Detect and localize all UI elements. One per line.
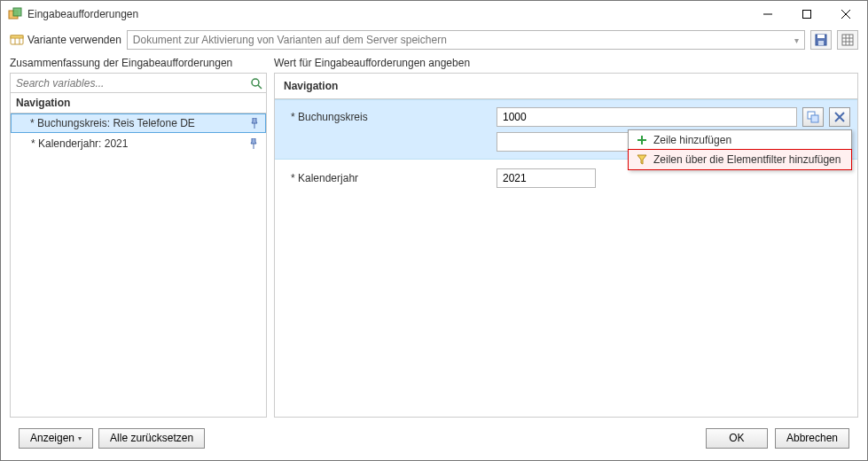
chevron-down-icon: ▾ (794, 35, 799, 45)
summary-item-buchungskreis[interactable]: * Buchungskreis: Reis Telefone DE (11, 113, 266, 133)
save-variant-button[interactable] (810, 30, 832, 50)
titlebar: Eingabeaufforderungen (1, 1, 867, 27)
save-icon (815, 34, 827, 46)
svg-rect-11 (817, 35, 825, 38)
cancel-button-label: Abbrechen (786, 432, 838, 444)
buchungskreis-label: * Buchungskreis (275, 111, 497, 123)
svg-point-18 (252, 79, 259, 86)
chevron-down-icon: ▾ (78, 434, 82, 442)
minimize-button[interactable] (748, 2, 787, 27)
content-area: Variante verwenden Dokument zur Aktivier… (1, 27, 867, 460)
variant-combo-placeholder: Dokument zur Aktivierung von Varianten a… (133, 34, 447, 46)
summary-item-label: * Buchungskreis: Reis Telefone DE (30, 117, 195, 129)
left-caption: Zusammenfassung der Eingabeaufforderunge… (10, 55, 267, 73)
maximize-button[interactable] (787, 2, 826, 27)
ok-button-label: OK (729, 432, 744, 444)
close-icon (841, 10, 850, 19)
grid-icon (841, 34, 854, 46)
x-icon (834, 112, 845, 122)
variant-combo[interactable]: Dokument zur Aktivierung von Varianten a… (127, 30, 805, 50)
popup-item-add-via-filter[interactable]: Zeilen über die Elementfilter hinzufügen (628, 149, 852, 170)
maximize-icon (802, 10, 811, 19)
buchungskreis-row: * Buchungskreis (275, 107, 857, 127)
left-section-header: Navigation (11, 93, 266, 113)
svg-rect-21 (811, 115, 818, 122)
right-panel: Navigation * Buchungskreis (274, 73, 858, 418)
right-column: Wert für Eingabeaufforderungen angeben N… (274, 55, 858, 418)
buchungskreis-input[interactable] (497, 107, 797, 127)
dialog-window: Eingabeaufforderungen Variante verwenden… (0, 0, 868, 461)
reset-button-label: Alle zurücksetzen (110, 432, 193, 444)
ok-button[interactable]: OK (706, 428, 768, 449)
footer: Anzeigen ▾ Alle zurücksetzen OK Abbreche… (10, 418, 858, 453)
kalenderjahr-row: * Kalenderjahr (275, 168, 857, 188)
svg-rect-3 (803, 11, 811, 19)
app-icon (8, 7, 22, 21)
search-wrap (11, 74, 266, 93)
popup-item-add-row[interactable]: Zeile hinzufügen (629, 130, 851, 150)
variant-icon (10, 33, 24, 47)
show-button[interactable]: Anzeigen ▾ (19, 428, 93, 449)
summary-item-kalenderjahr[interactable]: * Kalenderjahr: 2021 (12, 134, 265, 153)
variant-toolbar: Variante verwenden Dokument zur Aktivier… (10, 30, 858, 50)
left-column: Zusammenfassung der Eingabeaufforderunge… (10, 55, 267, 418)
kalenderjahr-input[interactable] (497, 168, 596, 188)
summary-item-label: * Kalenderjahr: 2021 (31, 137, 128, 150)
svg-rect-13 (842, 35, 853, 45)
window-title: Eingabeaufforderungen (27, 8, 138, 20)
search-icon[interactable] (250, 77, 262, 90)
minimize-icon (763, 10, 772, 19)
kalenderjahr-label: * Kalenderjahr (275, 172, 497, 184)
funnel-icon (636, 154, 648, 165)
settings-button[interactable] (837, 30, 858, 50)
variant-label: Variante verwenden (27, 34, 121, 46)
plus-icon (636, 135, 648, 145)
svg-rect-12 (818, 41, 824, 45)
svg-rect-1 (13, 8, 21, 16)
left-panel: Navigation * Buchungskreis: Reis Telefon… (10, 73, 267, 418)
svg-line-19 (258, 85, 262, 89)
search-input[interactable] (14, 76, 250, 90)
value-help-button[interactable] (802, 107, 824, 127)
pin-icon[interactable] (249, 138, 258, 149)
add-row-popup: Zeile hinzufügen Zeilen über die Element… (628, 129, 852, 170)
pin-icon[interactable] (250, 118, 259, 129)
value-help-icon (807, 111, 819, 123)
right-section-header: Navigation (275, 74, 857, 99)
reset-all-button[interactable]: Alle zurücksetzen (98, 428, 205, 449)
cancel-button[interactable]: Abbrechen (775, 428, 849, 449)
close-button[interactable] (826, 2, 865, 27)
right-caption: Wert für Eingabeaufforderungen angeben (274, 55, 858, 73)
main-area: Zusammenfassung der Eingabeaufforderunge… (10, 55, 858, 418)
variant-label-wrap: Variante verwenden (10, 33, 121, 47)
popup-item-label: Zeile hinzufügen (653, 134, 731, 146)
show-button-label: Anzeigen (30, 432, 74, 444)
delete-row-button[interactable] (829, 107, 850, 127)
svg-rect-7 (11, 35, 23, 38)
popup-item-label: Zeilen über die Elementfilter hinzufügen (653, 153, 841, 166)
